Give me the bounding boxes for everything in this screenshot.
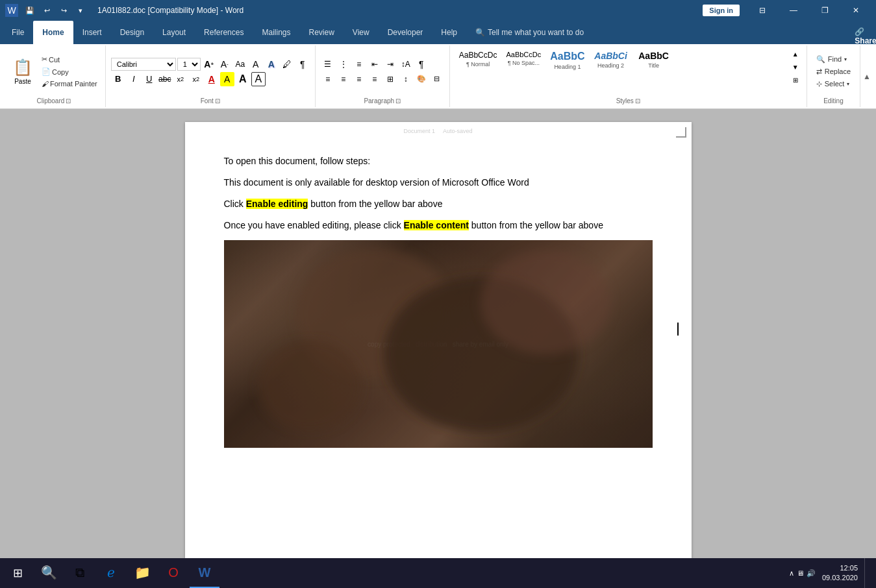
italic-button[interactable]: I xyxy=(127,72,141,86)
document-page[interactable]: Document 1 Auto-saved To open this docum… xyxy=(185,122,692,558)
ribbon-display-btn[interactable]: ⊟ xyxy=(747,0,777,21)
find-button[interactable]: 🔍 Find ▾ xyxy=(812,54,855,65)
align-center-btn[interactable]: ≡ xyxy=(336,72,351,86)
task-edge-btn[interactable]: ℯ xyxy=(96,558,126,588)
task-multitask-btn[interactable]: ⧉ xyxy=(65,558,95,588)
tab-layout[interactable]: Layout xyxy=(153,21,195,44)
style-heading1[interactable]: AaBbC Heading 1 xyxy=(546,48,588,95)
style-heading2[interactable]: AaBbCi Heading 2 xyxy=(590,48,632,95)
paragraph-dir-btn[interactable]: ¶ xyxy=(295,57,310,71)
paragraph-1: To open this document, follow steps: xyxy=(224,154,653,168)
paste-button[interactable]: 📋 Paste xyxy=(8,56,38,88)
share-btn[interactable]: 🔗 Share xyxy=(858,29,873,44)
tab-developer[interactable]: Developer xyxy=(379,21,432,44)
tray-network-icon[interactable]: 🖥 xyxy=(797,569,804,577)
tab-mailings[interactable]: Mailings xyxy=(253,21,299,44)
format-painter-button[interactable]: 🖌 Format Painter xyxy=(39,79,100,89)
tab-insert[interactable]: Insert xyxy=(73,21,111,44)
show-desktop-btn[interactable] xyxy=(864,558,868,588)
tray-chevron[interactable]: ∧ xyxy=(789,569,794,578)
tab-references[interactable]: References xyxy=(195,21,253,44)
line-spacing-btn[interactable]: ↕ xyxy=(399,72,413,86)
tab-file[interactable]: File xyxy=(3,21,33,44)
decrease-indent-btn[interactable]: ⇤ xyxy=(368,57,382,71)
styles-scroll-up[interactable]: ▲ xyxy=(790,48,801,60)
column-break-btn[interactable]: ⊞ xyxy=(383,72,397,86)
copy-button[interactable]: 📄 Copy xyxy=(39,66,100,77)
numbering-btn[interactable]: ⋮ xyxy=(336,57,351,71)
underline-button[interactable]: U xyxy=(142,72,156,86)
restore-btn[interactable]: ❐ xyxy=(810,0,840,21)
tab-help[interactable]: Help xyxy=(432,21,466,44)
strikethrough-btn[interactable]: abc xyxy=(158,72,172,86)
char-shading-btn[interactable]: A xyxy=(236,72,250,86)
bold-button[interactable]: B xyxy=(111,72,125,86)
redo-quick-btn[interactable]: ↪ xyxy=(56,3,71,18)
subscript-btn[interactable]: x2 xyxy=(173,72,188,86)
select-dropdown-icon[interactable]: ▾ xyxy=(847,81,849,87)
styles-label: Styles ⊡ xyxy=(616,97,640,104)
grow-font-btn[interactable]: A+ xyxy=(202,57,216,71)
clipboard-dialog-icon[interactable]: ⊡ xyxy=(66,97,71,104)
replace-button[interactable]: ⇄ Replace xyxy=(812,66,855,77)
text-highlight-btn[interactable]: 🖊 xyxy=(280,57,294,71)
cut-button[interactable]: ✂ Cut xyxy=(39,54,100,65)
svg-rect-4 xyxy=(224,240,653,448)
tab-view[interactable]: View xyxy=(344,21,379,44)
align-left-btn[interactable]: ≡ xyxy=(321,72,335,86)
system-clock[interactable]: 12:05 09.03.2020 xyxy=(820,563,860,583)
ribbon-collapse[interactable]: ▲ xyxy=(860,45,873,107)
document-content[interactable]: To open this document, follow steps: Thi… xyxy=(224,154,653,448)
font-size-select[interactable]: 14 xyxy=(177,58,201,71)
task-opera-btn[interactable]: O xyxy=(158,558,188,588)
paragraph-dialog-icon[interactable]: ⊡ xyxy=(395,97,401,104)
taskbar: ⊞ 🔍 ⧉ ℯ 📁 O W ∧ 🖥 🔊 12:05 09.03.2020 xyxy=(0,558,876,588)
styles-dialog-icon[interactable]: ⊡ xyxy=(635,97,640,104)
increase-indent-btn[interactable]: ⇥ xyxy=(383,57,397,71)
find-dropdown-icon[interactable]: ▾ xyxy=(844,56,847,62)
minimize-btn[interactable]: — xyxy=(779,0,808,21)
customize-quick-btn[interactable]: ▾ xyxy=(73,3,88,18)
bullets-btn[interactable]: ☰ xyxy=(321,57,335,71)
justify-btn[interactable]: ≡ xyxy=(368,72,382,86)
shrink-font-btn[interactable]: A- xyxy=(218,57,232,71)
start-button[interactable]: ⊞ xyxy=(3,558,32,588)
font-family-select[interactable]: Calibri xyxy=(111,58,176,71)
font-controls: Calibri 14 A+ A- Aa A A 🖊 ¶ B I U abc x2… xyxy=(111,48,310,95)
style-title[interactable]: AaBbC Title xyxy=(633,48,675,95)
task-search-btn[interactable]: 🔍 xyxy=(34,558,64,588)
styles-expand[interactable]: ⊞ xyxy=(790,74,801,86)
clock-date: 09.03.2020 xyxy=(822,573,858,583)
superscript-btn[interactable]: x2 xyxy=(189,72,203,86)
tab-design[interactable]: Design xyxy=(111,21,153,44)
style-no-spacing[interactable]: AaBbCcDc ¶ No Spac... xyxy=(502,48,545,95)
select-button[interactable]: ⊹ Select ▾ xyxy=(812,79,855,90)
text-effects-btn[interactable]: A xyxy=(264,57,279,71)
font-color-btn[interactable]: A xyxy=(205,72,219,86)
clear-format-btn[interactable]: A xyxy=(249,57,263,71)
paragraph-group: ☰ ⋮ ≡ ⇤ ⇥ ↕A ¶ ≡ ≡ ≡ ≡ ⊞ ↕ 🎨 ⊟ Paragraph… xyxy=(316,45,450,107)
paste-icon: 📋 xyxy=(13,58,32,77)
task-explorer-btn[interactable]: 📁 xyxy=(127,558,157,588)
undo-quick-btn[interactable]: ↩ xyxy=(39,3,55,18)
font-dialog-icon[interactable]: ⊡ xyxy=(215,97,220,104)
multilevel-btn[interactable]: ≡ xyxy=(352,57,366,71)
highlight-color-btn[interactable]: A xyxy=(220,72,234,86)
borders-btn[interactable]: ⊟ xyxy=(430,72,444,86)
styles-scroll-down[interactable]: ▼ xyxy=(790,61,801,73)
close-btn[interactable]: ✕ xyxy=(841,0,871,21)
sort-btn[interactable]: ↕A xyxy=(399,57,413,71)
style-normal[interactable]: AaBbCcDc ¶ Normal xyxy=(455,48,501,95)
sign-in-button[interactable]: Sign in xyxy=(703,5,740,16)
tray-volume-icon[interactable]: 🔊 xyxy=(807,569,816,578)
tab-review[interactable]: Review xyxy=(299,21,343,44)
tab-home[interactable]: Home xyxy=(33,21,73,44)
task-word-btn[interactable]: W xyxy=(190,558,219,588)
char-border-btn[interactable]: A xyxy=(251,72,266,86)
change-case-btn[interactable]: Aa xyxy=(233,57,247,71)
tab-search[interactable]: 🔍 Tell me what you want to do xyxy=(466,21,593,44)
align-right-btn[interactable]: ≡ xyxy=(352,72,366,86)
save-quick-btn[interactable]: 💾 xyxy=(22,3,38,18)
shading-btn[interactable]: 🎨 xyxy=(414,72,429,86)
show-marks-btn[interactable]: ¶ xyxy=(414,57,429,71)
